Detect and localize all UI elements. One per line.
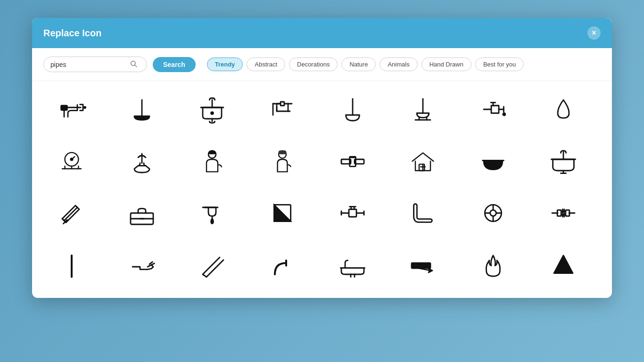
search-input[interactable] [50,61,126,68]
icon-flame[interactable] [465,241,521,288]
icon-plumber-worker-2[interactable] [254,138,311,185]
tab-animals[interactable]: Animals [380,58,417,71]
svg-line-74 [151,263,154,265]
tab-nature[interactable]: Nature [341,58,376,71]
icon-sink[interactable] [184,86,240,133]
tab-best-for-you[interactable]: Best for you [475,58,524,71]
replace-icon-modal: Replace Icon × Search Trendy Abstract De… [32,18,612,298]
icon-mountain[interactable] [535,241,592,288]
modal-title: Replace Icon [43,28,101,39]
svg-line-1 [135,65,137,67]
search-icon [130,60,137,69]
icon-pipe-flow[interactable] [395,241,451,288]
icon-toolbox[interactable] [114,189,170,237]
icon-pipe-valve-h[interactable] [324,189,381,237]
modal-toolbar: Search Trendy Abstract Decorations Natur… [32,48,612,81]
svg-point-61 [490,210,496,216]
icon-faucet-tap[interactable] [465,86,521,133]
svg-line-73 [149,262,152,264]
icon-plunger-2[interactable] [324,86,381,133]
svg-rect-30 [209,151,215,154]
svg-rect-32 [279,151,286,154]
svg-rect-54 [349,209,356,217]
svg-rect-38 [419,164,424,171]
icon-plunger-1[interactable] [114,86,170,133]
icon-grid [43,86,601,288]
tab-hand-drawn[interactable]: Hand Drawn [421,58,471,71]
icon-l-pipe[interactable] [395,189,451,237]
icon-faucet-pipe[interactable] [43,86,100,133]
modal-overlay: Replace Icon × Search Trendy Abstract De… [0,0,644,362]
icon-sink-basin-2[interactable] [535,138,592,185]
svg-point-4 [84,107,85,108]
icon-plunger-base[interactable] [395,86,451,133]
tab-trendy[interactable]: Trendy [207,58,243,71]
tab-abstract[interactable]: Abstract [247,58,285,71]
search-wrapper [43,57,147,72]
icon-dripping-faucet[interactable] [184,189,240,237]
icon-wheel-valve[interactable] [465,189,521,237]
close-button[interactable]: × [587,26,601,40]
icon-vertical-pipe[interactable] [43,241,100,288]
icon-house-pipe[interactable] [395,138,451,185]
search-button[interactable]: Search [153,57,196,72]
icon-water-drop[interactable] [535,86,592,133]
svg-point-8 [211,112,214,115]
icon-plumber-worker-1[interactable] [184,138,240,185]
icon-bathtub[interactable] [324,241,381,288]
svg-rect-80 [412,263,430,268]
icon-pipe-angle-cut[interactable] [184,241,240,288]
icon-industrial-pipe[interactable] [324,138,381,185]
icon-grid-container [32,81,612,298]
icon-pipe-wrench[interactable] [43,189,100,237]
svg-rect-2 [61,106,67,110]
icon-pipe-connector[interactable] [535,189,592,237]
tab-decorations[interactable]: Decorations [289,58,338,71]
icon-u-pipe[interactable] [254,86,311,133]
icon-hose-water[interactable] [114,241,170,288]
icon-pressure-gauge[interactable] [43,138,100,185]
modal-header: Replace Icon × [32,18,612,48]
icon-bowl[interactable] [465,138,521,185]
icon-pipe-elbow[interactable] [254,241,311,288]
filter-tabs: Trendy Abstract Decorations Nature Anima… [207,58,524,71]
icon-contrast-square[interactable] [254,189,311,237]
icon-fountain[interactable] [114,138,170,185]
